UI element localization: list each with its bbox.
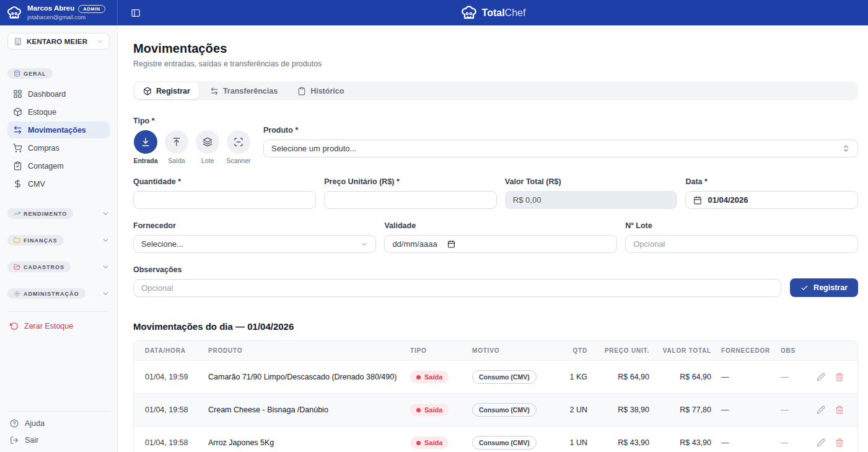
motivo-pill: Consumo (CMV) (472, 370, 537, 384)
tipo-saida-button[interactable]: Saída (164, 130, 189, 164)
table-row: 01/04, 19:58 Cream Cheese - Bisnaga /Dan… (134, 394, 857, 427)
quantidade-field[interactable] (133, 191, 316, 209)
main-content: Movimentações Registre entradas, saídas … (118, 25, 868, 452)
validade-label: Validade (384, 221, 617, 230)
fornecedor-select[interactable]: Selecione... (133, 235, 376, 253)
layers-icon (203, 137, 213, 147)
chevron-down-icon (102, 290, 110, 298)
scan-icon (234, 137, 243, 147)
movement-form: Tipo * Entrada (133, 117, 858, 297)
reset-stock-button[interactable]: Zerar Estoque (7, 321, 110, 332)
cell-fornecedor: — (716, 427, 776, 452)
tab-transferencias[interactable]: Transferências (201, 82, 286, 99)
trash-icon (835, 438, 844, 447)
sidebar-group-rendimento[interactable]: RENDIMENTO (7, 208, 110, 219)
cell-preco-unit: R$ 64,90 (592, 361, 654, 394)
pencil-icon (817, 405, 825, 414)
pencil-icon (817, 438, 825, 447)
cell-datetime: 01/04, 19:58 (134, 427, 203, 452)
edit-row-button[interactable] (817, 373, 825, 381)
trash-icon (835, 373, 844, 381)
sidebar-group-cadastros[interactable]: CADASTROS (7, 262, 110, 272)
registrar-button[interactable]: Registrar (790, 278, 858, 297)
package-icon (143, 87, 152, 95)
data-label: Data * (685, 177, 858, 186)
tab-registrar[interactable]: Registrar (134, 82, 199, 99)
motivo-pill: Consumo (CMV) (472, 436, 537, 450)
saida-badge: Saída (410, 404, 449, 416)
badge-dot (416, 375, 421, 379)
logout-link[interactable]: Sair (7, 436, 110, 445)
lote-field[interactable] (625, 235, 858, 253)
edit-row-button[interactable] (817, 405, 825, 414)
cell-fornecedor: — (716, 394, 776, 427)
cell-actions (812, 361, 857, 394)
badge-dot (416, 441, 421, 445)
preco-unitario-field[interactable] (324, 191, 497, 209)
cell-obs: — (776, 394, 812, 427)
page-title: Movimentações (133, 42, 858, 56)
delete-row-button[interactable] (835, 405, 844, 414)
motivo-pill: Consumo (CMV) (472, 403, 537, 417)
col-qtd: QTD (553, 341, 592, 361)
sidebar-item-contagem[interactable]: Contagem (7, 157, 110, 174)
tipo-label: Tipo * (133, 117, 251, 125)
tipo-scanner-button[interactable]: Scanner (226, 130, 251, 164)
tipo-lote-button[interactable]: Lote (195, 130, 220, 164)
sidebar-item-movimentacoes[interactable]: Movimentações (7, 122, 110, 138)
sidebar-toggle-icon[interactable] (131, 8, 141, 18)
clipboard-icon (13, 161, 22, 171)
logout-icon (10, 436, 19, 445)
cell-preco-unit: R$ 43,90 (592, 427, 654, 452)
sidebar-item-estoque[interactable]: Estoque (7, 104, 110, 120)
col-actions (812, 341, 857, 361)
edit-row-button[interactable] (817, 438, 825, 447)
cell-qtd: 1 KG (553, 361, 592, 394)
cell-obs: — (776, 427, 812, 452)
arrows-left-right-icon (13, 125, 22, 135)
tab-historico[interactable]: Histórico (289, 82, 353, 99)
dashboard-grid-icon (13, 89, 22, 99)
chevrons-up-down-icon (842, 144, 850, 153)
sidebar-group-administracao[interactable]: ADMINISTRAÇÃO (7, 288, 110, 299)
valor-total-label: Valor Total (R$) (505, 177, 678, 186)
tipo-entrada-button[interactable]: Entrada (133, 130, 158, 164)
help-link[interactable]: Ajuda (7, 419, 110, 428)
chevron-down-icon (361, 241, 368, 248)
col-valor-total: VALOR TOTAL (654, 341, 716, 361)
cell-qtd: 1 UN (553, 427, 592, 452)
org-selector[interactable]: KENTARO MEIER (7, 33, 110, 50)
sidebar-group-financas[interactable]: FINANÇAS (7, 235, 110, 246)
package-icon (13, 107, 22, 117)
preco-label: Preço Unitário (R$) * (324, 177, 497, 186)
sidebar-item-cmv[interactable]: CMV (7, 175, 110, 192)
sidebar-item-compras[interactable]: Compras (7, 140, 110, 156)
observacoes-field[interactable] (133, 279, 781, 297)
dollar-icon (13, 179, 22, 188)
movements-section-title: Movimentações do dia — 01/04/2026 (133, 321, 858, 332)
produto-select[interactable]: Selecione um produto... (263, 140, 858, 157)
cell-motivo: Consumo (CMV) (467, 361, 553, 394)
saida-badge: Saída (410, 436, 449, 449)
delete-row-button[interactable] (835, 373, 844, 381)
saida-badge: Saída (410, 371, 449, 383)
data-field[interactable]: 01/04/2026 (685, 191, 858, 209)
produto-label: Produto * (263, 126, 858, 135)
validade-field[interactable]: dd/mm/aaaa (384, 235, 617, 253)
cell-actions (812, 427, 857, 452)
calendar-icon (693, 196, 702, 205)
col-fornecedor: FORNECEDOR (716, 341, 776, 361)
rotate-ccw-icon (10, 322, 19, 330)
chevron-down-icon (102, 236, 110, 244)
sidebar-item-dashboard[interactable]: Dashboard (7, 86, 110, 102)
cell-datetime: 01/04, 19:58 (134, 394, 203, 427)
chevron-down-icon (102, 263, 110, 271)
user-name: Marcos Abreu (27, 4, 74, 13)
table-row: 01/04, 19:59 Camarão 71/90 Limpo/Descasc… (134, 361, 857, 394)
delete-row-button[interactable] (835, 438, 844, 447)
table-row: 01/04, 19:58 Arroz Japones 5Kg Saída Con… (134, 427, 857, 452)
user-chip[interactable]: Marcos Abreu ADMIN jotabacen@gmail.com (0, 0, 118, 25)
chevron-down-icon (96, 38, 103, 45)
gear-icon (14, 290, 20, 297)
table-header-row: DATA/HORA PRODUTO TIPO MOTIVO QTD PREÇO … (134, 341, 857, 361)
